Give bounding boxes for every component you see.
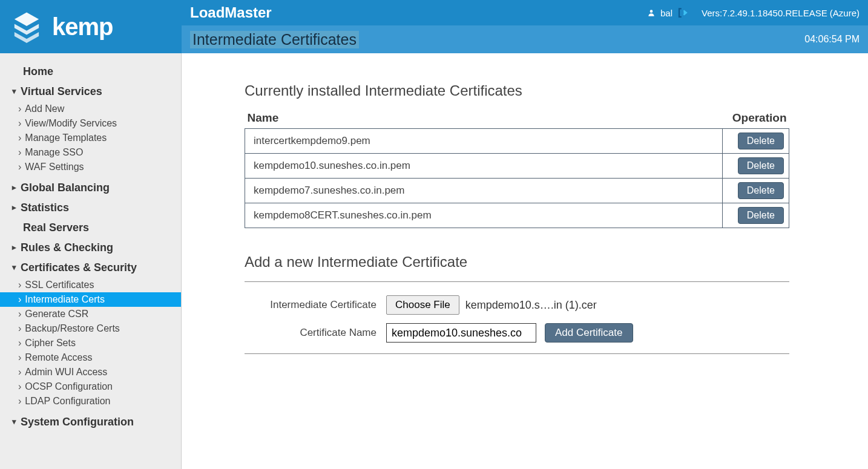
nav-vs-manage-sso[interactable]: Manage SSO	[0, 145, 181, 160]
nav-cs-remote-access[interactable]: Remote Access	[0, 350, 181, 365]
nav-cs-intermediate-certs[interactable]: Intermediate Certs	[0, 292, 181, 307]
logout-icon[interactable]	[677, 7, 688, 18]
table-row: kempdemo10.suneshes.co.in.pemDelete	[245, 154, 789, 179]
table-row: kempdemo7.suneshes.co.in.pemDelete	[245, 179, 789, 203]
svg-point-0	[650, 10, 653, 13]
label-cert-name: Certificate Name	[245, 327, 386, 339]
nav-vs-add-new[interactable]: Add New	[0, 102, 181, 116]
cert-op-cell: Delete	[723, 203, 789, 228]
app-title: LoadMaster	[190, 4, 272, 21]
nav-certs-security[interactable]: Certificates & Security	[0, 258, 181, 278]
cert-op-cell: Delete	[723, 154, 789, 179]
kemp-logo-icon	[10, 10, 44, 44]
nav-rules-checking[interactable]: Rules & Checking	[0, 238, 181, 258]
table-row: intercertkempdemo9.pemDelete	[245, 129, 789, 154]
nav-vs-view-modify[interactable]: View/Modify Services	[0, 116, 181, 131]
delete-button[interactable]: Delete	[738, 182, 784, 199]
nav-cs-ssl-certs[interactable]: SSL Certificates	[0, 278, 181, 292]
nav-cs-backup-restore[interactable]: Backup/Restore Certs	[0, 321, 181, 336]
nav-cs-cipher-sets[interactable]: Cipher Sets	[0, 336, 181, 350]
username: bal	[660, 8, 672, 18]
col-name: Name	[245, 109, 723, 129]
page-title: Intermediate Certificates	[190, 31, 359, 48]
delete-button[interactable]: Delete	[738, 133, 784, 149]
divider	[245, 281, 789, 282]
content-area: Currently installed Intermediate Certifi…	[182, 53, 868, 469]
nav-global-balancing[interactable]: Global Balancing	[0, 178, 181, 198]
nav-cs-generate-csr[interactable]: Generate CSR	[0, 307, 181, 321]
installed-certs-heading: Currently installed Intermediate Certifi…	[245, 82, 829, 99]
cert-name-cell: kempdemo8CERT.suneshes.co.in.pem	[245, 203, 723, 228]
nav-virtual-services[interactable]: Virtual Services	[0, 82, 181, 102]
cert-name-cell: intercertkempdemo9.pem	[245, 129, 723, 154]
nav-real-servers[interactable]: Real Servers	[0, 218, 181, 238]
sidebar-nav: Home Virtual Services Add New View/Modif…	[0, 53, 181, 469]
cert-name-cell: kempdemo7.suneshes.co.in.pem	[245, 179, 723, 203]
add-certificate-button[interactable]: Add Certificate	[545, 323, 633, 343]
version-text: Vers:7.2.49.1.18450.RELEASE (Azure)	[702, 8, 860, 18]
divider	[245, 353, 789, 354]
clock: 04:06:54 PM	[804, 34, 860, 45]
nav-cs-ldap[interactable]: LDAP Configuration	[0, 394, 181, 408]
cert-name-cell: kempdemo10.suneshes.co.in.pem	[245, 154, 723, 179]
nav-home[interactable]: Home	[0, 62, 181, 82]
nav-cs-ocsp[interactable]: OCSP Configuration	[0, 379, 181, 394]
delete-button[interactable]: Delete	[738, 207, 784, 224]
col-operation: Operation	[723, 109, 789, 129]
cert-op-cell: Delete	[723, 179, 789, 203]
add-cert-heading: Add a new Intermediate Certificate	[245, 254, 789, 271]
nav-vs-manage-templates[interactable]: Manage Templates	[0, 131, 181, 145]
chosen-file-name: kempdemo10.s….in (1).cer	[465, 299, 597, 312]
nav-cs-admin-wui[interactable]: Admin WUI Access	[0, 365, 181, 379]
choose-file-button[interactable]: Choose File	[386, 295, 459, 315]
table-row: kempdemo8CERT.suneshes.co.in.pemDelete	[245, 203, 789, 228]
label-intermediate-cert: Intermediate Certificate	[245, 299, 386, 311]
cert-name-input[interactable]	[386, 323, 536, 343]
certs-table: Name Operation intercertkempdemo9.pemDel…	[245, 109, 789, 228]
brand-logo: kemp	[0, 0, 182, 53]
delete-button[interactable]: Delete	[738, 157, 784, 174]
cert-op-cell: Delete	[723, 129, 789, 154]
brand-name: kemp	[52, 13, 113, 41]
user-icon	[647, 8, 656, 17]
app-header: kemp LoadMaster bal Vers:7.2.49.1.18450.…	[0, 0, 868, 53]
nav-vs-waf-settings[interactable]: WAF Settings	[0, 160, 181, 174]
nav-statistics[interactable]: Statistics	[0, 198, 181, 218]
nav-system-config[interactable]: System Configuration	[0, 412, 181, 432]
